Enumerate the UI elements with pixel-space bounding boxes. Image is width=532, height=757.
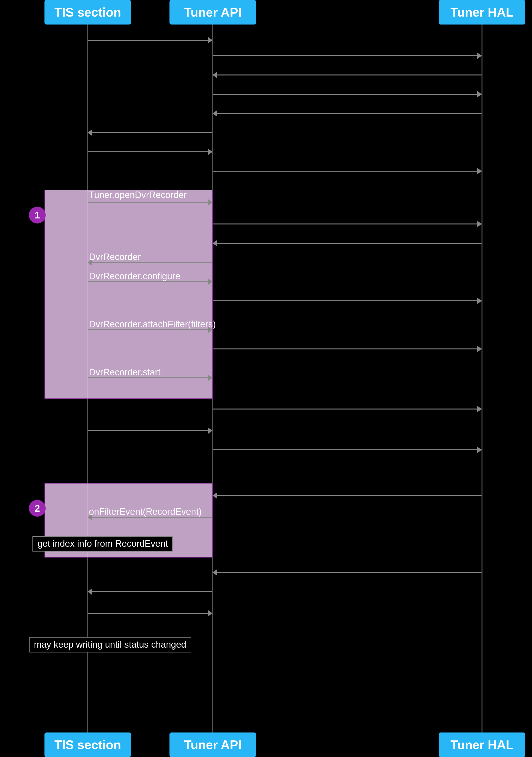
lifeline-header-tuner-api-bottom: Tuner API [170, 733, 256, 757]
lifeline-header-tuner-api-top: Tuner API [170, 0, 256, 24]
lifeline-header-tis-bottom: TIS section [45, 733, 131, 757]
lifeline-header-tuner-hal-bottom: Tuner HAL [439, 733, 525, 757]
arrow-18 [213, 409, 482, 409]
arrow-11 [213, 243, 482, 244]
label-attach-filter: DvrRecorder.attachFilter(filters) [89, 319, 216, 329]
arrow-23 [213, 572, 482, 573]
step-badge-1: 1 [29, 207, 46, 224]
lifeline-header-tuner-hal-top: Tuner HAL [439, 0, 525, 24]
label-open-dvr-recorder: Tuner.openDvrRecorder [89, 190, 187, 200]
arrow-5 [213, 113, 482, 114]
arrow-2 [213, 55, 482, 56]
arrow-8 [213, 171, 482, 171]
arrow-6 [88, 132, 212, 133]
arrow-4 [213, 94, 482, 95]
label-dvr-recorder: DvrRecorder [89, 252, 141, 262]
step-badge-2: 2 [29, 500, 46, 517]
arrow-1 [88, 40, 212, 41]
arrow-10 [213, 224, 482, 225]
lifeline-line-tuner-hal [482, 24, 483, 733]
arrow-16 [213, 348, 482, 349]
arrow-19 [88, 430, 212, 431]
lifeline-header-tis-top: TIS section [45, 0, 131, 24]
text-box-keep-writing: may keep writing until status changed [29, 637, 191, 652]
arrow-25 [88, 613, 212, 614]
text-box-index-info: get index info from RecordEvent [32, 536, 173, 552]
label-dvr-configure: DvrRecorder.configure [89, 271, 180, 282]
label-filter-event: onFilterEvent(RecordEvent) [89, 506, 202, 517]
arrow-3 [213, 75, 482, 76]
arrow-7 [88, 151, 212, 152]
arrow-open-dvr-recorder [88, 202, 212, 203]
arrow-21 [213, 495, 482, 496]
arrow-20 [213, 449, 482, 450]
arrow-24 [88, 591, 212, 592]
arrow-14 [213, 300, 482, 301]
label-dvr-start: DvrRecorder.start [89, 367, 161, 378]
